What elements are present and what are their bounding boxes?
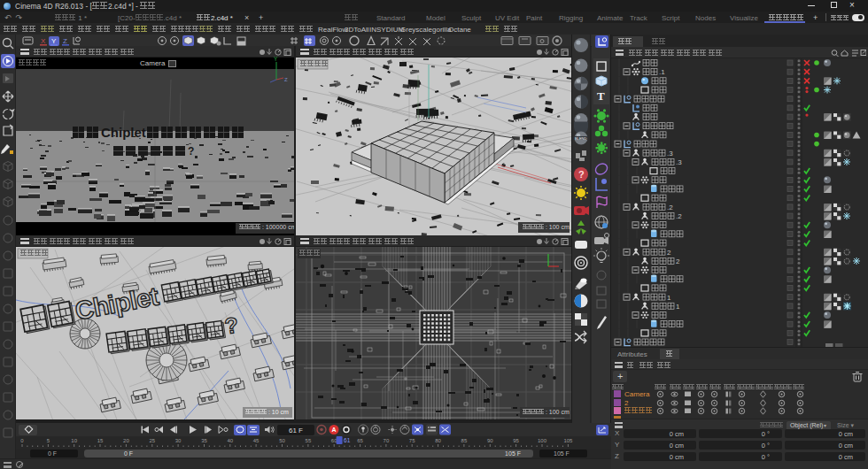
svg-text:A: A	[332, 427, 337, 433]
svg-text:30: 30	[175, 438, 182, 443]
svg-text:80: 80	[435, 438, 441, 443]
svg-text:95: 95	[513, 438, 519, 443]
svg-text:105: 105	[563, 438, 573, 443]
svg-text:?: ?	[578, 169, 585, 180]
svg-text:0: 0	[20, 438, 24, 443]
svg-text:Chiplet: Chiplet	[101, 125, 146, 140]
svg-text:25: 25	[149, 438, 155, 443]
svg-text:2: 2	[676, 258, 680, 265]
svg-text:35: 35	[201, 438, 207, 443]
svg-text:40: 40	[227, 438, 233, 443]
svg-text:50: 50	[279, 438, 285, 443]
svg-text:5: 5	[47, 438, 50, 443]
svg-text:100: 100	[538, 438, 547, 443]
svg-text:10: 10	[71, 438, 77, 443]
svg-text:15: 15	[97, 438, 104, 443]
svg-text:Z: Z	[63, 37, 67, 45]
svg-text:BLEND: BLEND	[575, 136, 586, 141]
svg-text:.2: .2	[667, 204, 673, 211]
svg-text:90: 90	[487, 438, 493, 443]
svg-text:.3: .3	[676, 158, 682, 166]
svg-text:T: T	[597, 89, 605, 103]
svg-text:1: 1	[667, 294, 671, 302]
svg-text:55: 55	[306, 438, 312, 443]
svg-text:65: 65	[357, 438, 363, 443]
svg-text:20: 20	[123, 438, 129, 443]
svg-text:Z: Z	[284, 77, 288, 82]
svg-text:?: ?	[188, 145, 194, 158]
svg-text:75: 75	[409, 438, 415, 443]
svg-text:Y: Y	[51, 37, 57, 45]
svg-text:X: X	[41, 37, 46, 45]
svg-text:45: 45	[253, 438, 260, 443]
svg-text:.1: .1	[659, 68, 665, 76]
svg-text:70: 70	[384, 438, 390, 443]
svg-text:.2: .2	[676, 212, 682, 220]
svg-text:1: 1	[676, 303, 680, 311]
svg-text:Y: Y	[274, 56, 278, 62]
svg-text:2: 2	[667, 249, 671, 257]
svg-text:85: 85	[461, 438, 468, 443]
svg-text:.3: .3	[667, 150, 673, 158]
svg-text:61: 61	[344, 437, 351, 443]
